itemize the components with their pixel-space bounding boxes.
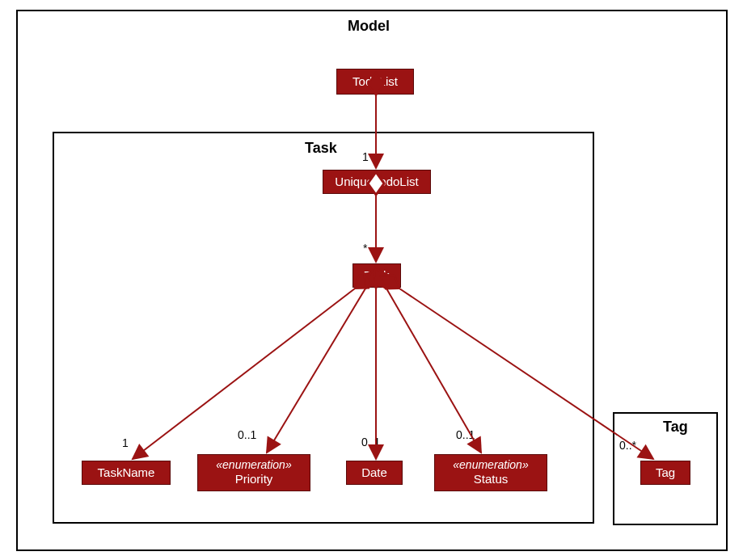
package-task-label: Task (305, 140, 337, 157)
class-tag: Tag (640, 461, 690, 485)
class-priority-label: Priority (235, 472, 273, 487)
class-priority: «enumeration» Priority (197, 454, 310, 491)
mult-utl: 1 (362, 150, 369, 163)
class-taskname: TaskName (82, 461, 171, 485)
class-todolist: TodoList (336, 69, 414, 95)
diagram-canvas: Model Task Tag TodoList UniqueTodoList T… (0, 0, 743, 560)
class-task: Task (353, 263, 401, 288)
class-date-label: Date (361, 465, 387, 481)
package-tag-label: Tag (663, 419, 688, 436)
class-uniquetodolist: UniqueTodoList (323, 170, 431, 194)
package-model-label: Model (348, 18, 390, 35)
class-task-label: Task (365, 268, 390, 284)
class-status-label: Status (474, 472, 509, 487)
class-status: «enumeration» Status (434, 454, 547, 491)
mult-priority: 0..1 (238, 428, 256, 441)
class-uniquetodolist-label: UniqueTodoList (335, 175, 418, 190)
mult-status: 0..1 (456, 428, 475, 441)
mult-taskname: 1 (122, 436, 129, 449)
class-tag-label: Tag (656, 465, 675, 481)
class-date: Date (346, 461, 403, 485)
mult-tag: 0..* (619, 439, 636, 452)
class-priority-stereo: «enumeration» (216, 458, 291, 473)
class-todolist-label: TodoList (353, 74, 398, 90)
class-taskname-label: TaskName (98, 465, 155, 481)
class-status-stereo: «enumeration» (453, 458, 528, 473)
mult-date: 0..1 (361, 436, 380, 448)
mult-task: * (363, 242, 367, 255)
